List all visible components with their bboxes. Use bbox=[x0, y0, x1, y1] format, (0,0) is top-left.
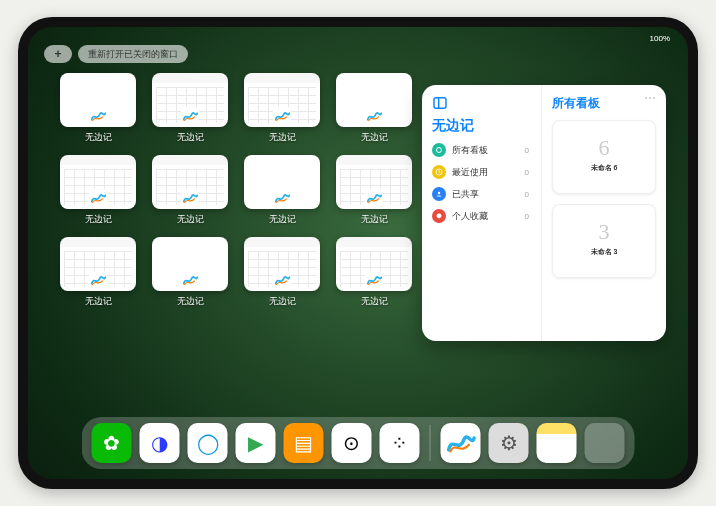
window-preview bbox=[244, 73, 320, 127]
sidebar-item[interactable]: 个人收藏 0 bbox=[432, 205, 541, 227]
board-preview: 6 bbox=[599, 137, 610, 159]
window-preview bbox=[336, 73, 412, 127]
freeform-icon bbox=[273, 271, 291, 289]
dock-app-play[interactable]: ▶ bbox=[236, 423, 276, 463]
freeform-icon bbox=[365, 107, 383, 125]
more-icon[interactable]: ⋯ bbox=[644, 91, 656, 105]
window-thumb[interactable]: 无边记 bbox=[244, 237, 320, 309]
ipad-device: 100% + 重新打开已关闭的窗口 无边记 无边记 无边记 bbox=[18, 17, 698, 489]
freeform-sidebar: 无边记 所有看板 0 最近使用 0 已共享 0 个人收藏 0 bbox=[422, 85, 542, 341]
window-label: 无边记 bbox=[85, 131, 112, 144]
window-label: 无边记 bbox=[177, 131, 204, 144]
sidebar-item-label: 个人收藏 bbox=[452, 210, 488, 223]
window-label: 无边记 bbox=[177, 295, 204, 308]
window-preview bbox=[60, 155, 136, 209]
sidebar-item-icon bbox=[432, 187, 446, 201]
sidebar-item-label: 最近使用 bbox=[452, 166, 488, 179]
dock: ✿◑◯▶▤⊙⁘ ⚙ bbox=[82, 417, 635, 469]
window-preview bbox=[152, 73, 228, 127]
svg-rect-12 bbox=[434, 98, 446, 109]
window-preview bbox=[152, 237, 228, 291]
sidebar-item-icon bbox=[432, 143, 446, 157]
window-label: 无边记 bbox=[85, 213, 112, 226]
window-switcher-grid: 无边记 无边记 无边记 无边记 无边记 bbox=[60, 73, 400, 309]
board-name: 未命名 3 bbox=[591, 247, 618, 257]
window-thumb[interactable]: 无边记 bbox=[60, 73, 136, 145]
freeform-icon bbox=[273, 107, 291, 125]
freeform-panel: 无边记 所有看板 0 最近使用 0 已共享 0 个人收藏 0 ⋯ 所有看板 6 … bbox=[422, 85, 666, 341]
window-preview bbox=[152, 155, 228, 209]
svg-point-14 bbox=[437, 148, 442, 153]
dock-app-wechat[interactable]: ✿ bbox=[92, 423, 132, 463]
window-thumb[interactable]: 无边记 bbox=[60, 155, 136, 227]
window-label: 无边记 bbox=[361, 131, 388, 144]
add-window-button[interactable]: + bbox=[44, 45, 72, 63]
window-thumb[interactable]: 无边记 bbox=[336, 237, 412, 309]
svg-point-16 bbox=[438, 192, 441, 195]
window-preview bbox=[244, 155, 320, 209]
dock-app-qqbrowser[interactable]: ◯ bbox=[188, 423, 228, 463]
dock-app-molecules[interactable]: ⁘ bbox=[380, 423, 420, 463]
window-preview bbox=[60, 73, 136, 127]
window-thumb[interactable]: 无边记 bbox=[244, 155, 320, 227]
status-battery: 100% bbox=[650, 34, 670, 43]
freeform-icon bbox=[181, 107, 199, 125]
dock-app-notes[interactable] bbox=[537, 423, 577, 463]
dock-app-quark[interactable]: ◑ bbox=[140, 423, 180, 463]
sidebar-item-count: 0 bbox=[525, 212, 535, 221]
board-name: 未命名 6 bbox=[591, 163, 618, 173]
window-thumb[interactable]: 无边记 bbox=[336, 155, 412, 227]
window-preview bbox=[244, 237, 320, 291]
reopen-closed-window-button[interactable]: 重新打开已关闭的窗口 bbox=[78, 45, 188, 63]
window-preview bbox=[336, 155, 412, 209]
window-thumb[interactable]: 无边记 bbox=[60, 237, 136, 309]
dock-app-dice[interactable]: ⊙ bbox=[332, 423, 372, 463]
sidebar-item[interactable]: 所有看板 0 bbox=[432, 139, 541, 161]
sidebar-item-label: 所有看板 bbox=[452, 144, 488, 157]
window-thumb[interactable]: 无边记 bbox=[152, 155, 228, 227]
stage-manager-toolbar: + 重新打开已关闭的窗口 bbox=[44, 45, 188, 63]
sidebar-toggle-icon[interactable] bbox=[432, 95, 448, 111]
sidebar-item-count: 0 bbox=[525, 168, 535, 177]
window-thumb[interactable]: 无边记 bbox=[152, 237, 228, 309]
freeform-icon bbox=[181, 189, 199, 207]
window-label: 无边记 bbox=[361, 295, 388, 308]
window-label: 无边记 bbox=[361, 213, 388, 226]
window-label: 无边记 bbox=[85, 295, 112, 308]
sidebar-item-icon bbox=[432, 165, 446, 179]
window-thumb[interactable]: 无边记 bbox=[244, 73, 320, 145]
board-card[interactable]: 3 未命名 3 bbox=[552, 204, 656, 278]
ipad-screen: 100% + 重新打开已关闭的窗口 无边记 无边记 无边记 bbox=[28, 27, 688, 479]
sidebar-item-icon bbox=[432, 209, 446, 223]
dock-app-settings[interactable]: ⚙ bbox=[489, 423, 529, 463]
freeform-icon bbox=[89, 107, 107, 125]
freeform-icon bbox=[89, 189, 107, 207]
window-label: 无边记 bbox=[269, 213, 296, 226]
sidebar-item-count: 0 bbox=[525, 190, 535, 199]
freeform-icon bbox=[181, 271, 199, 289]
board-card[interactable]: 6 未命名 6 bbox=[552, 120, 656, 194]
sidebar-item[interactable]: 最近使用 0 bbox=[432, 161, 541, 183]
freeform-sidebar-title: 无边记 bbox=[432, 117, 541, 135]
freeform-icon bbox=[273, 189, 291, 207]
dock-separator bbox=[430, 425, 431, 461]
freeform-icon bbox=[365, 189, 383, 207]
window-label: 无边记 bbox=[269, 295, 296, 308]
sidebar-item[interactable]: 已共享 0 bbox=[432, 183, 541, 205]
window-thumb[interactable]: 无边记 bbox=[336, 73, 412, 145]
dock-app-books[interactable]: ▤ bbox=[284, 423, 324, 463]
window-label: 无边记 bbox=[269, 131, 296, 144]
window-preview bbox=[60, 237, 136, 291]
status-bar: 100% bbox=[28, 31, 688, 45]
board-preview: 3 bbox=[599, 221, 610, 243]
window-thumb[interactable]: 无边记 bbox=[152, 73, 228, 145]
window-label: 无边记 bbox=[177, 213, 204, 226]
window-preview bbox=[336, 237, 412, 291]
freeform-boards-title: 所有看板 bbox=[552, 95, 656, 112]
dock-app-library[interactable] bbox=[585, 423, 625, 463]
dock-app-freeform[interactable] bbox=[441, 423, 481, 463]
sidebar-item-label: 已共享 bbox=[452, 188, 479, 201]
freeform-icon bbox=[365, 271, 383, 289]
freeform-icon bbox=[89, 271, 107, 289]
sidebar-item-count: 0 bbox=[525, 146, 535, 155]
